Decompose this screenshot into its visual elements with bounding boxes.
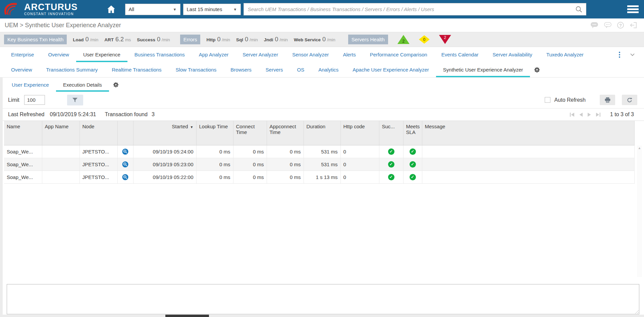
tab-realtime-transactions[interactable]: Realtime Transactions	[105, 62, 168, 77]
home-icon	[107, 5, 116, 14]
horizontal-scrollbar-thumb[interactable]	[165, 315, 209, 317]
auto-refresh-checkbox[interactable]	[545, 97, 550, 103]
servers-critical-indicator[interactable]: 2	[439, 35, 451, 44]
cell-connect-time: 0 ms	[233, 145, 267, 158]
hamburger-menu-icon[interactable]	[627, 4, 639, 14]
tab-apache-ux-analyzer[interactable]: Apache User Experience Analyzer	[345, 62, 436, 77]
cell-started: 09/10/19 05:22:00	[133, 171, 196, 183]
inspect-icon[interactable]	[122, 174, 128, 180]
tab-app-analyzer[interactable]: App Analyzer	[192, 47, 235, 62]
sort-desc-icon[interactable]: ▼	[190, 125, 194, 129]
servers-healthy-indicator[interactable]: 2	[397, 35, 410, 44]
last-page-icon[interactable]	[596, 112, 601, 117]
tab-enterprise[interactable]: Enterprise	[4, 47, 41, 62]
scope-select[interactable]: All ▼	[125, 4, 180, 15]
tab-server-availability[interactable]: Server Availability	[486, 47, 539, 62]
scroll-up-icon[interactable]: ▲	[638, 145, 641, 277]
cell-meets-sla: ✓	[403, 158, 422, 171]
tab-overview[interactable]: Overview	[41, 47, 76, 62]
cell-http-code: 0	[340, 171, 379, 183]
cell-http-code: 0	[340, 145, 379, 158]
col-appconnect-time[interactable]: Appconnect Time	[267, 121, 304, 145]
table-row[interactable]: Soap_We... JPETSTO...	[4, 145, 635, 158]
tab-sensor-analyzer[interactable]: Sensor Analyzer	[285, 47, 336, 62]
tab-synthetic-ux-analyzer[interactable]: Synthetic User Experience Analyzer	[436, 62, 530, 77]
tab-user-experience[interactable]: User Experience	[76, 47, 127, 62]
tab-server-analyzer[interactable]: Server Analyzer	[235, 47, 285, 62]
tab-transactions-summary[interactable]: Transactions Summary	[39, 62, 105, 77]
jndi-metric: Jndi 0 /min	[264, 36, 288, 43]
previous-page-icon[interactable]	[579, 112, 583, 117]
col-lookup-time[interactable]: Lookup Time	[196, 121, 233, 145]
sql-metric: Sql 0 /min	[236, 36, 258, 43]
cell-node: JPETSTO...	[79, 171, 117, 183]
tab-os[interactable]: OS	[290, 62, 312, 77]
next-page-icon[interactable]	[587, 112, 591, 117]
tab-execution-details[interactable]: Execution Details	[56, 78, 109, 92]
chevron-down-icon: ▼	[233, 7, 237, 11]
refresh-status-row: Last Refreshed 09/10/2019 5:24:31 Transa…	[3, 108, 644, 121]
servers-health-badge[interactable]: Servers Health	[348, 35, 388, 44]
more-tabs-icon[interactable]	[618, 50, 622, 59]
filter-button[interactable]	[67, 95, 83, 105]
time-range-select[interactable]: Last 15 minutes ▼	[183, 4, 241, 15]
tab-events-calendar[interactable]: Events Calendar	[434, 47, 486, 62]
tab-analytics[interactable]: Analytics	[311, 62, 345, 77]
message-detail-box[interactable]	[7, 284, 639, 314]
table-row[interactable]: Soap_We... JPETSTO...	[4, 171, 635, 183]
sla-check-icon: ✓	[410, 174, 416, 180]
success-metric: Success 0 /min	[137, 36, 170, 43]
resize-grip[interactable]	[634, 309, 639, 314]
tab-settings-button[interactable]	[534, 62, 540, 77]
tab-browsers[interactable]: Browsers	[223, 62, 259, 77]
transaction-found-label: Transaction found	[105, 111, 147, 118]
cell-name: Soap_We...	[4, 145, 42, 158]
healthy-count: 2	[402, 39, 405, 44]
chat-filled-icon[interactable]	[590, 21, 598, 29]
table-row[interactable]: Soap_We... JPETSTO...	[4, 158, 635, 171]
table-toolbar: Limit Auto Refresh	[3, 92, 644, 108]
tab-user-experience-sub[interactable]: User Experience	[5, 78, 56, 92]
inspect-icon[interactable]	[122, 161, 128, 168]
col-http-code[interactable]: Http code	[340, 121, 379, 145]
help-icon[interactable]: ?	[617, 22, 624, 29]
col-success[interactable]: Suc...	[379, 121, 403, 145]
key-business-txn-health-badge[interactable]: Key Business Txn Health	[4, 35, 67, 44]
pagination-range-text: 1 to 3 of 3	[610, 111, 634, 118]
search-icon[interactable]	[575, 6, 583, 13]
horizontal-scrollbar[interactable]	[0, 315, 644, 317]
load-unit: /min	[90, 37, 99, 42]
table-vertical-scrollbar[interactable]: ▲	[637, 145, 642, 277]
tab-alerts[interactable]: Alerts	[336, 47, 363, 62]
col-connect-time[interactable]: Connect Time	[233, 121, 267, 145]
print-button[interactable]	[600, 95, 615, 105]
view-settings-button[interactable]	[113, 78, 119, 92]
col-node[interactable]: Node	[79, 121, 117, 145]
col-name[interactable]: Name	[4, 121, 42, 145]
logout-icon[interactable]	[629, 21, 637, 29]
limit-input[interactable]	[24, 95, 45, 105]
pagination-controls	[570, 112, 601, 117]
errors-badge[interactable]: Errors	[180, 35, 201, 44]
col-meets-sla[interactable]: Meets SLA	[403, 121, 422, 145]
tab-tuxedo-analyzer[interactable]: Tuxedo Analyzer	[539, 47, 591, 62]
servers-warning-indicator[interactable]: 0	[419, 35, 430, 44]
tab-business-transactions[interactable]: Business Transactions	[127, 47, 192, 62]
first-page-icon[interactable]	[570, 112, 575, 117]
tab-servers[interactable]: Servers	[259, 62, 290, 77]
tab-performance-comparison[interactable]: Performance Comparison	[363, 47, 434, 62]
tab-slow-transactions[interactable]: Slow Transactions	[169, 62, 224, 77]
col-duration[interactable]: Duration	[304, 121, 340, 145]
col-app-name[interactable]: App Name	[42, 121, 79, 145]
warning-count: 0	[423, 37, 426, 42]
tab-ux-overview[interactable]: Overview	[4, 62, 39, 77]
refresh-button[interactable]	[622, 95, 637, 105]
collapse-chevron-icon[interactable]	[630, 53, 635, 56]
home-button[interactable]	[107, 5, 116, 14]
chat-outline-icon[interactable]	[604, 21, 612, 29]
col-message[interactable]: Message	[422, 121, 635, 145]
logo-swoosh-icon	[3, 1, 23, 18]
col-started[interactable]: Started▼	[133, 121, 196, 145]
search-input[interactable]	[244, 3, 576, 15]
inspect-icon[interactable]	[122, 148, 128, 155]
